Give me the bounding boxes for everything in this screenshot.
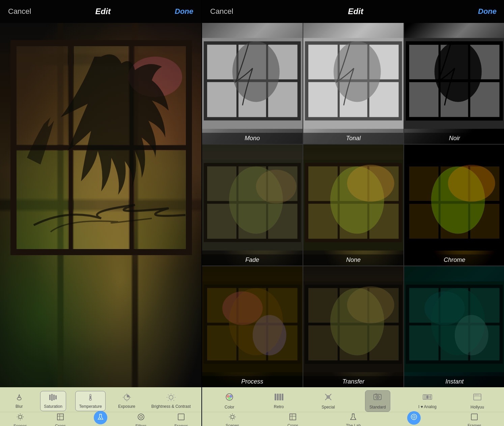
filter-fade[interactable]: Fade (202, 145, 303, 266)
right-toolbar: Color Retro (202, 387, 504, 426)
filter-transfer-label-bar: Transfer (303, 376, 404, 387)
filter-chrome[interactable]: Chrome (404, 145, 504, 266)
svg-point-145 (231, 415, 234, 419)
svg-rect-50 (178, 414, 184, 420)
filter-none-label: None (346, 256, 361, 263)
svg-rect-154 (290, 414, 296, 420)
right-nav-frames[interactable]: Frames (461, 413, 488, 426)
filter-process-preview (202, 266, 303, 387)
svg-rect-143 (474, 394, 481, 400)
left-panel: Cancel Edit Done (0, 0, 201, 426)
right-nav-bar: Scenes Crops (202, 412, 504, 426)
left-cancel-button[interactable]: Cancel (8, 7, 31, 16)
filter-chrome-label-bar: Chrome (404, 254, 504, 266)
filter-mono-preview (202, 23, 303, 144)
scenes-icon (16, 413, 24, 423)
filter-fade-label: Fade (245, 256, 259, 263)
saturation-label: Saturation (44, 404, 62, 409)
exposure-tool[interactable]: Exposure (115, 391, 139, 411)
svg-point-158 (411, 414, 417, 420)
the-lab-circle (94, 411, 107, 424)
svg-point-121 (455, 315, 488, 356)
i-love-analog-icon (423, 393, 432, 403)
the-lab-icon (97, 413, 104, 422)
hollyuu-tool[interactable]: Hollyuu (465, 391, 490, 412)
svg-point-11 (17, 397, 21, 400)
filter-transfer[interactable]: Transfer (303, 266, 404, 387)
right-filters-circle (407, 411, 421, 425)
special-label: Special (321, 405, 335, 409)
filter-fade-label-bar: Fade (202, 254, 303, 266)
right-nav-scenes[interactable]: Scenes (219, 413, 246, 426)
standard-tool[interactable]: Standard (365, 390, 390, 412)
blur-icon (15, 393, 23, 403)
left-nav-filters[interactable]: Filters (128, 413, 155, 426)
svg-point-125 (228, 397, 231, 400)
svg-point-103 (222, 292, 263, 325)
brightness-contrast-icon (166, 393, 176, 403)
filter-mono-label-bar: Mono (202, 133, 303, 144)
filter-noir[interactable]: Noir (404, 23, 504, 144)
left-nav-the-lab[interactable]: The Lab (87, 411, 114, 426)
right-nav-the-lab-label: The Lab (346, 423, 361, 426)
svg-rect-129 (282, 394, 283, 400)
retro-label: Retro (274, 404, 284, 409)
svg-rect-14 (53, 395, 55, 400)
svg-point-159 (413, 416, 415, 418)
right-scenes-icon (228, 413, 236, 423)
svg-point-79 (256, 170, 297, 204)
filter-instant[interactable]: Instant (404, 266, 504, 387)
temperature-icon (86, 393, 94, 403)
left-nav-crops[interactable]: Crops (47, 413, 74, 426)
blur-tool[interactable]: Blur (7, 391, 31, 411)
left-nav-scenes-label: Scenes (13, 424, 27, 426)
filter-noir-label-bar: Noir (404, 133, 504, 144)
filter-process[interactable]: Process (202, 266, 303, 387)
filter-tonal[interactable]: Tonal (303, 23, 404, 144)
svg-point-95 (448, 165, 495, 202)
svg-point-112 (347, 286, 394, 324)
left-edit-title: Edit (95, 7, 111, 16)
brightness-contrast-tool[interactable]: Brightness & Contrast (148, 391, 194, 411)
temperature-label: Temperature (79, 404, 102, 409)
right-header: Cancel Edit Done (202, 0, 504, 23)
filter-instant-preview (404, 266, 504, 387)
right-nav-the-lab[interactable]: The Lab (340, 413, 367, 426)
svg-point-33 (19, 415, 22, 419)
right-nav-crops[interactable]: Crops (279, 413, 306, 426)
filters-grid: Mono Tonal (202, 23, 504, 387)
left-image-area (0, 23, 201, 387)
retro-tool[interactable]: Retro (266, 391, 291, 411)
blur-label: Blur (16, 404, 23, 409)
left-nav-scenes[interactable]: Scenes (7, 413, 34, 426)
right-the-lab-icon (349, 413, 357, 423)
filter-none-preview (303, 145, 404, 266)
right-done-button[interactable]: Done (478, 7, 497, 16)
left-photo-overlay (0, 23, 201, 387)
svg-point-24 (169, 395, 173, 399)
exposure-label: Exposure (118, 404, 135, 409)
svg-rect-13 (51, 394, 53, 401)
right-nav-filters[interactable]: Filters (400, 411, 427, 426)
svg-rect-126 (275, 394, 276, 400)
svg-point-104 (253, 315, 286, 356)
special-tool[interactable]: Special (315, 391, 341, 412)
svg-line-150 (230, 415, 230, 415)
i-love-analog-tool[interactable]: I ♥ Analog (414, 391, 441, 411)
filter-none[interactable]: None (303, 145, 404, 266)
svg-point-45 (100, 418, 102, 419)
saturation-tool[interactable]: Saturation (40, 391, 66, 411)
left-nav-frames[interactable]: Frames (168, 413, 195, 426)
right-frames-icon (470, 413, 478, 423)
right-nav-frames-label: Frames (468, 423, 481, 426)
left-done-button[interactable]: Done (175, 7, 193, 16)
right-edit-title: Edit (348, 7, 363, 16)
filter-instant-label-bar: Instant (404, 376, 504, 387)
color-tool[interactable]: Color (217, 391, 242, 412)
filter-mono-label: Mono (245, 135, 260, 142)
right-cancel-button[interactable]: Cancel (210, 7, 233, 16)
temperature-tool[interactable]: Temperature (75, 391, 105, 411)
svg-line-38 (18, 415, 18, 415)
filter-mono[interactable]: Mono (202, 23, 303, 144)
left-header: Cancel Edit Done (0, 0, 201, 23)
